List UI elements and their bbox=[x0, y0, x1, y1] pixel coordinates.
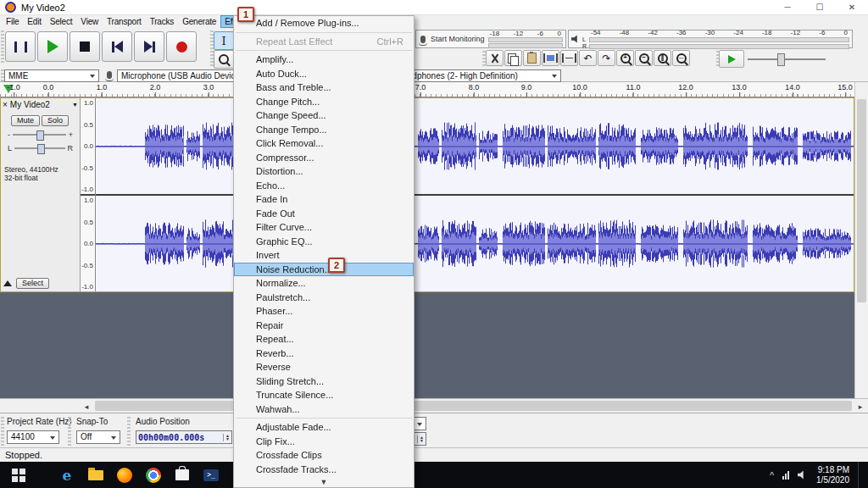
record-button[interactable] bbox=[166, 31, 197, 62]
menu-item-distortion[interactable]: Distortion... bbox=[234, 164, 414, 179]
play-speed-slider-thumb[interactable] bbox=[777, 53, 785, 66]
gain-slider[interactable]: - + bbox=[8, 130, 73, 140]
project-rate-select[interactable]: 44100 bbox=[7, 430, 59, 444]
audio-position-grip[interactable] bbox=[127, 417, 131, 446]
undo-button[interactable]: ↶ bbox=[579, 50, 597, 66]
menu-item-compressor[interactable]: Compressor... bbox=[234, 151, 414, 165]
audio-position-control[interactable]: 00h00m00.000s ▲▼ bbox=[136, 430, 232, 444]
menu-item-bass-and-treble[interactable]: Bass and Treble... bbox=[234, 80, 414, 95]
close-button[interactable]: ✕ bbox=[836, 0, 868, 14]
menu-item-filter-curve[interactable]: Filter Curve... bbox=[234, 220, 414, 235]
pan-slider-thumb[interactable] bbox=[37, 144, 45, 154]
play-speed-slider[interactable] bbox=[748, 51, 826, 67]
redo-button[interactable]: ↷ bbox=[598, 50, 615, 66]
zoom-tool-button[interactable] bbox=[214, 50, 234, 69]
gain-slider-thumb[interactable] bbox=[36, 130, 44, 141]
solo-button[interactable]: Solo bbox=[42, 115, 69, 126]
track-menu-dropdown[interactable]: ▼ bbox=[72, 102, 78, 108]
snap-grip[interactable] bbox=[68, 417, 71, 446]
timeline-ruler[interactable]: -1.00.01.02.03.07.08.09.010.011.012.013.… bbox=[0, 82, 868, 97]
volume-icon[interactable] bbox=[798, 470, 808, 480]
vertical-scrollbar-thumb[interactable] bbox=[857, 99, 866, 302]
output-device-select[interactable]: Headphones (2- High Definition) bbox=[392, 69, 561, 82]
menu-item-auto-duck[interactable]: Auto Duck... bbox=[234, 67, 414, 81]
maximize-button[interactable]: ☐ bbox=[804, 0, 836, 14]
menu-item-change-tempo[interactable]: Change Tempo... bbox=[234, 123, 414, 137]
zoom-in-button[interactable]: + bbox=[616, 50, 634, 66]
menu-item-clip-fix[interactable]: Clip Fix... bbox=[234, 435, 414, 449]
menubar-item-transport[interactable]: Transport bbox=[103, 15, 146, 28]
audio-host-select[interactable]: MME bbox=[4, 69, 99, 82]
menu-item-reverb[interactable]: Reverb... bbox=[234, 347, 414, 361]
menu-item-repeat[interactable]: Repeat... bbox=[234, 332, 414, 347]
minimize-button[interactable]: ─ bbox=[771, 0, 804, 14]
network-icon[interactable] bbox=[782, 471, 789, 480]
vertical-scrollbar[interactable] bbox=[854, 82, 868, 398]
menu-item-normalize[interactable]: Normalize... bbox=[234, 276, 414, 291]
zoom-out-button[interactable]: − bbox=[635, 50, 653, 66]
horizontal-scrollbar[interactable]: ◂ ▸ bbox=[0, 398, 868, 413]
show-desktop-button[interactable] bbox=[858, 462, 863, 488]
menu-item-crossfade-tracks[interactable]: Crossfade Tracks... bbox=[234, 463, 414, 477]
menubar-item-edit[interactable]: Edit bbox=[23, 15, 45, 28]
menubar-item-view[interactable]: View bbox=[76, 15, 103, 28]
menu-item-echo[interactable]: Echo... bbox=[234, 179, 414, 193]
menu-item-click-removal[interactable]: Click Removal... bbox=[234, 136, 414, 151]
menubar-item-generate[interactable]: Generate bbox=[178, 15, 220, 28]
trim-audio-button[interactable] bbox=[542, 50, 559, 66]
playback-meter[interactable]: -54-48-42-36-30-24-18-12-60 L R bbox=[568, 30, 853, 48]
menu-item-fade-out[interactable]: Fade Out bbox=[234, 207, 414, 221]
menu-item-phaser[interactable]: Phaser... bbox=[234, 304, 414, 319]
menu-item-change-speed[interactable]: Change Speed... bbox=[234, 108, 414, 123]
silence-audio-button[interactable] bbox=[560, 50, 578, 66]
taskbar-store[interactable] bbox=[168, 462, 197, 488]
scroll-left-arrow[interactable]: ◂ bbox=[80, 401, 93, 412]
taskbar-powershell[interactable]: >_ bbox=[197, 462, 225, 488]
menubar-item-file[interactable]: File bbox=[2, 15, 23, 28]
mute-button[interactable]: Mute bbox=[11, 115, 40, 126]
menu-item-wahwah[interactable]: Wahwah... bbox=[234, 402, 414, 417]
menu-item-fade-in[interactable]: Fade In bbox=[234, 192, 414, 207]
audio-position-value[interactable]: 00h00m00.000s bbox=[138, 433, 204, 442]
recording-meter[interactable]: Start Monitoring -18-12-60 bbox=[415, 30, 566, 48]
cut-button[interactable] bbox=[486, 50, 504, 66]
waveform-right-channel[interactable] bbox=[96, 196, 854, 291]
audio-position-spinner[interactable]: ▲▼ bbox=[223, 434, 230, 441]
taskbar-file-explorer[interactable] bbox=[81, 462, 110, 488]
menubar-item-tracks[interactable]: Tracks bbox=[146, 15, 178, 28]
selection-toolbar-grip[interactable] bbox=[1, 417, 4, 446]
menu-item-adjustable-fade[interactable]: Adjustable Fade... bbox=[234, 420, 414, 435]
skip-to-end-button[interactable] bbox=[134, 31, 164, 62]
waveform-area[interactable] bbox=[96, 98, 854, 291]
menu-item-repair[interactable]: Repair bbox=[234, 319, 414, 333]
pause-button[interactable] bbox=[5, 31, 36, 62]
track-close-button[interactable]: × bbox=[3, 100, 8, 109]
selection-start-spinner[interactable]: ▲▼ bbox=[417, 435, 424, 443]
skip-to-start-button[interactable] bbox=[102, 31, 132, 62]
tray-expand-chevron[interactable]: ^ bbox=[770, 470, 774, 480]
menu-scroll-more-icon[interactable]: ▼ bbox=[234, 476, 414, 488]
start-button[interactable] bbox=[3, 462, 32, 488]
menu-item-add-remove-plugins[interactable]: Add / Remove Plug-ins... bbox=[234, 16, 414, 30]
pan-slider[interactable]: L R bbox=[8, 143, 73, 153]
menu-item-graphic-eq[interactable]: Graphic EQ... bbox=[234, 235, 414, 249]
menu-item-crossfade-clips[interactable]: Crossfade Clips bbox=[234, 448, 414, 463]
selection-tool-button[interactable]: I bbox=[214, 31, 234, 50]
menu-item-amplify[interactable]: Amplify... bbox=[234, 53, 414, 67]
zoom-fit-button[interactable]: ↔ bbox=[672, 50, 690, 66]
paste-button[interactable] bbox=[523, 50, 541, 66]
horizontal-scrollbar-thumb[interactable] bbox=[95, 401, 852, 411]
waveform-left-channel[interactable] bbox=[96, 98, 854, 194]
taskbar-edge[interactable]: e bbox=[53, 462, 81, 488]
menu-item-truncate-silence[interactable]: Truncate Silence... bbox=[234, 388, 414, 402]
track-select-button[interactable]: Select bbox=[16, 278, 49, 289]
track-name[interactable]: My Video2 bbox=[10, 100, 70, 109]
snap-to-select[interactable]: Off bbox=[76, 430, 120, 444]
stop-button[interactable] bbox=[70, 31, 100, 62]
zoom-selection-button[interactable]: ∥ bbox=[654, 50, 671, 66]
transport-grip[interactable] bbox=[1, 30, 4, 63]
taskbar-firefox[interactable] bbox=[110, 462, 139, 488]
menubar-item-select[interactable]: Select bbox=[46, 15, 77, 28]
play-at-speed-button[interactable] bbox=[719, 50, 744, 68]
taskbar-chrome[interactable] bbox=[139, 462, 168, 488]
